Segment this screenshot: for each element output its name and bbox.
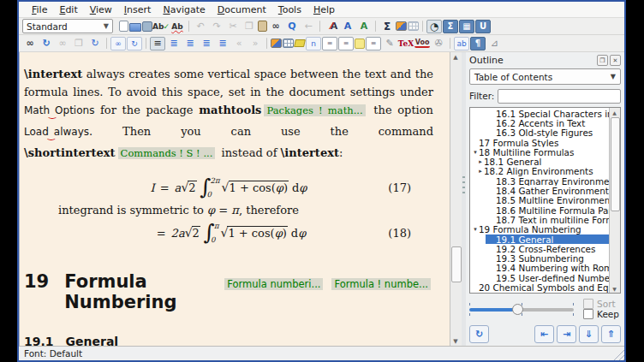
paragraph-style-combo[interactable]: Standard ▼: [22, 19, 113, 33]
menu-insert[interactable]: Insert: [118, 3, 158, 17]
toc-tree-item[interactable]: 18.6 Multiline Formula Parts: [470, 205, 610, 215]
insert-tex-icon[interactable]: TeX: [398, 37, 414, 50]
equation-18[interactable]: = 2a √2 ∫ π0 √1 + cos(φ) dφ (18): [24, 218, 433, 247]
menu-edit[interactable]: Edit: [53, 3, 83, 17]
keep-checkbox[interactable]: Keep: [583, 309, 619, 319]
resize-grip[interactable]: [612, 348, 624, 360]
description-list-icon[interactable]: ≣: [215, 37, 230, 50]
text-segment[interactable]: Packages ! math...: [264, 104, 365, 116]
enumerate-list-icon[interactable]: ≣: [182, 37, 198, 50]
slider-handle[interactable]: [512, 304, 523, 315]
thesaurus-icon[interactable]: ab: [454, 37, 469, 50]
insert-table-grid-icon[interactable]: [283, 39, 294, 48]
move-section-up-button[interactable]: ⇑: [601, 325, 621, 343]
paperclip-icon[interactable]: ✇: [431, 37, 446, 50]
toc-tree-item[interactable]: ▾ 19 Formula Numbering: [470, 225, 610, 234]
goto-bookmark-icon[interactable]: ∞: [110, 37, 126, 50]
show-changes-icon[interactable]: ∞: [55, 37, 70, 50]
track-changes-icon[interactable]: ∞: [22, 37, 38, 50]
toc-tree-item[interactable]: 19.5 User-defined Numbering: [470, 273, 610, 282]
open-document-icon[interactable]: [129, 23, 141, 32]
depth-slider[interactable]: [469, 306, 574, 320]
float-panel-icon[interactable]: ❐: [597, 55, 608, 66]
redo-icon[interactable]: ↷: [209, 20, 224, 33]
toc-tree-item[interactable]: 18.5 Multline Environment: [470, 196, 610, 205]
tree-expand-icon[interactable]: ▸: [477, 168, 484, 175]
spellcheck-icon[interactable]: Ab: [153, 20, 169, 33]
undo-icon[interactable]: ↶: [193, 20, 208, 33]
toc-tree-item[interactable]: 20 Chemical Symbols and Equations: [470, 282, 610, 292]
index-inset-chip[interactable]: Formula ! numbe...: [331, 278, 431, 290]
cut-icon[interactable]: ✂: [225, 20, 241, 33]
noun-icon[interactable]: A: [340, 20, 355, 33]
sort-checkbox[interactable]: Sort: [583, 299, 619, 309]
scroll-up-icon[interactable]: ▲: [610, 108, 619, 116]
toc-tree-item[interactable]: ▸ 18.1 General: [470, 157, 610, 166]
toc-tree-item[interactable]: 16.3 Old-style Figures: [470, 128, 610, 138]
filter-input[interactable]: [498, 89, 621, 104]
toc-tree-item[interactable]: 19.3 Subnumbering: [470, 253, 610, 263]
scroll-down-icon[interactable]: ▼: [610, 284, 619, 293]
increase-depth-icon[interactable]: »: [247, 37, 263, 50]
menu-view[interactable]: View: [84, 3, 118, 17]
text-segment[interactable]: Commands ! S ! ...: [118, 147, 216, 159]
emphasis-icon[interactable]: A: [324, 20, 339, 33]
insert-float-icon[interactable]: ≡: [338, 37, 354, 50]
zoom-icon[interactable]: Q: [284, 20, 300, 33]
toc-tree-item[interactable]: ▸ 18.2 Align Environments: [470, 167, 610, 176]
update-master-icon[interactable]: ↻: [87, 37, 103, 50]
toc-tree-item[interactable]: 18.4 Gather Environment: [470, 186, 610, 195]
insert-frame-icon[interactable]: ≡: [366, 37, 381, 50]
labeling-list-icon[interactable]: ≣: [199, 37, 214, 50]
dock-splitter[interactable]: [462, 52, 466, 346]
document-scrollbar[interactable]: ▲ ▼: [450, 52, 462, 346]
statistics-icon[interactable]: ⊿: [486, 37, 502, 50]
toc-tree-item[interactable]: 16.1 Special Characters in Math...: [470, 109, 610, 118]
close-panel-icon[interactable]: ✕: [610, 55, 621, 66]
table-toolbar-toggle-icon[interactable]: ▦: [459, 20, 474, 33]
equation-17[interactable]: I = a √2 ∫ 2π0 √1 + cos(φ) dφ: [24, 173, 433, 202]
save-document-icon[interactable]: [142, 21, 152, 32]
insert-label-icon[interactable]: [294, 39, 306, 47]
menu-document[interactable]: Document: [212, 3, 272, 17]
decrease-depth-icon[interactable]: «: [231, 37, 247, 50]
math-toolbar-toggle-icon[interactable]: Σ: [443, 20, 458, 33]
insert-table-icon[interactable]: [408, 21, 419, 31]
toc-tree-item[interactable]: 19.1 General: [470, 234, 610, 244]
new-document-icon[interactable]: [119, 21, 128, 32]
view-source-icon[interactable]: Voo: [414, 39, 430, 48]
insert-comment-icon[interactable]: [355, 39, 365, 49]
apply-style-icon[interactable]: A: [356, 20, 372, 33]
save-bookmark-icon[interactable]: ↻: [127, 37, 142, 50]
outline-type-combo[interactable]: Table of Contents ▼: [469, 68, 621, 85]
continuous-spellcheck-icon[interactable]: Ab: [170, 20, 185, 33]
scroll-up-icon[interactable]: ▲: [450, 52, 461, 62]
menu-help[interactable]: Help: [307, 3, 341, 17]
paragraph-settings-icon[interactable]: ¶: [470, 37, 486, 50]
toc-tree-item[interactable]: 19.4 Numbering with Roman Nu...: [470, 264, 610, 273]
insert-note-icon[interactable]: n: [306, 37, 321, 50]
insert-image-icon[interactable]: [271, 39, 282, 48]
demote-section-button[interactable]: ⇥: [557, 325, 576, 343]
menu-navigate[interactable]: Navigate: [157, 3, 211, 17]
toc-tree-item[interactable]: ▾ 21 Diagrams: [470, 293, 610, 294]
tree-expand-icon[interactable]: ▸: [477, 158, 484, 165]
move-section-down-button[interactable]: ⇓: [579, 325, 599, 343]
itemize-list-icon[interactable]: ≣: [166, 37, 182, 50]
tree-scrollbar[interactable]: ▲ ▼: [609, 108, 620, 293]
update-outline-button[interactable]: ↻: [469, 325, 489, 343]
menu-file[interactable]: File: [26, 3, 53, 17]
document-canvas[interactable]: \intertext always creates some vertical …: [19, 52, 450, 346]
insert-box-icon[interactable]: ≡: [322, 37, 337, 50]
navigate-back-icon[interactable]: ←: [301, 20, 316, 33]
copy-icon[interactable]: ❐: [242, 20, 257, 33]
tree-expand-icon[interactable]: ▾: [472, 149, 479, 156]
merge-changes-icon[interactable]: ❐: [71, 37, 86, 50]
scrollbar-thumb[interactable]: [611, 117, 620, 211]
index-inset-chip[interactable]: Formula numberi...: [224, 278, 323, 290]
toc-tree-item[interactable]: 18.3 Eqnarray Environment: [470, 176, 610, 186]
scrollbar-thumb[interactable]: [451, 246, 462, 282]
math-mode-icon[interactable]: Σ: [379, 20, 395, 33]
outline-toggle-icon[interactable]: ◔: [426, 20, 442, 33]
tree-expand-icon[interactable]: ▾: [472, 226, 479, 233]
